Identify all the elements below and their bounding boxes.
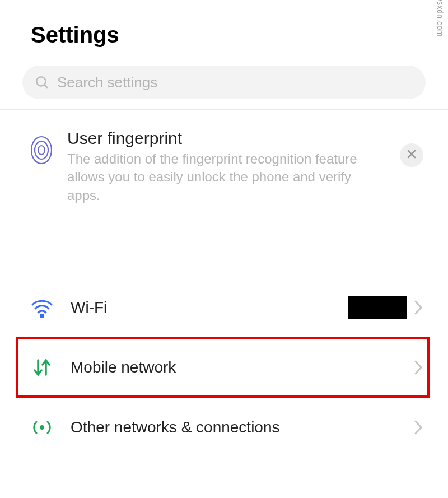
settings-row-wifi[interactable]: Wi-Fi xyxy=(0,278,448,337)
svg-point-10 xyxy=(40,425,44,430)
settings-row-mobile-network[interactable]: Mobile network xyxy=(0,338,448,397)
settings-row-other-networks[interactable]: Other networks & connections xyxy=(0,398,448,457)
mobile-data-icon xyxy=(30,356,54,379)
fingerprint-icon xyxy=(30,136,53,165)
svg-point-2 xyxy=(38,146,45,155)
row-label: Other networks & connections xyxy=(71,418,413,436)
promo-description: The addition of the fingerprint recognit… xyxy=(67,150,385,204)
watermark: wsxdn.com xyxy=(436,0,445,37)
broadcast-icon xyxy=(30,416,54,439)
search-placeholder: Search settings xyxy=(57,74,157,91)
svg-line-1 xyxy=(45,85,48,88)
chevron-right-icon xyxy=(413,299,423,316)
promo-title: User fingerprint xyxy=(67,129,385,148)
chevron-right-icon xyxy=(413,359,423,376)
fingerprint-promo[interactable]: User fingerprint The addition of the fin… xyxy=(0,110,448,244)
svg-point-7 xyxy=(41,315,44,318)
row-label: Wi-Fi xyxy=(71,299,348,317)
row-label: Mobile network xyxy=(71,359,413,376)
close-icon xyxy=(407,149,417,161)
search-icon xyxy=(35,75,49,90)
wifi-value-redacted xyxy=(348,296,407,319)
close-button[interactable] xyxy=(400,143,423,167)
chevron-right-icon xyxy=(413,419,423,436)
wifi-icon xyxy=(30,296,54,319)
svg-point-3 xyxy=(35,141,48,159)
search-input[interactable]: Search settings xyxy=(22,66,426,99)
page-title: Settings xyxy=(31,22,420,48)
svg-point-0 xyxy=(36,77,45,86)
